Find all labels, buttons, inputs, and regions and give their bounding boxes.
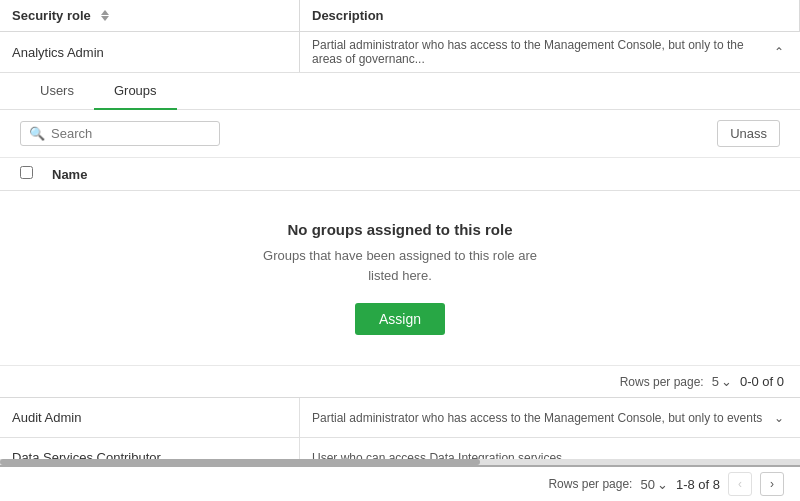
audit-admin-role: Audit Admin xyxy=(0,398,300,437)
unassign-button[interactable]: Unass xyxy=(717,120,780,147)
assign-button[interactable]: Assign xyxy=(355,303,445,335)
inner-rows-select[interactable]: 5 ⌄ xyxy=(712,374,732,389)
inner-page-range: 0-0 of 0 xyxy=(740,374,784,389)
analytics-admin-row: Analytics Admin Partial administrator wh… xyxy=(0,32,800,398)
table-header: Security role Description xyxy=(0,0,800,32)
sort-icon[interactable] xyxy=(101,10,109,21)
search-input[interactable] xyxy=(51,126,211,141)
name-col-header: Name xyxy=(52,167,87,182)
search-icon: 🔍 xyxy=(29,126,45,141)
bottom-rows-label: Rows per page: xyxy=(548,477,632,491)
inner-pagination: Rows per page: 5 ⌄ 0-0 of 0 xyxy=(0,365,800,397)
analytics-admin-role-cell: Analytics Admin xyxy=(0,32,300,72)
search-box[interactable]: 🔍 xyxy=(20,121,220,146)
analytics-admin-desc-cell: Partial administrator who has access to … xyxy=(300,32,800,72)
expanded-content: Users Groups 🔍 Unass Name xyxy=(0,72,800,397)
select-all-checkbox[interactable] xyxy=(20,166,44,182)
prev-page-button[interactable]: ‹ xyxy=(728,472,752,496)
expanded-row-header: Analytics Admin Partial administrator wh… xyxy=(0,32,800,72)
empty-state-title: No groups assigned to this role xyxy=(287,221,512,238)
desc-header-label: Description xyxy=(312,8,384,23)
controls-row: 🔍 Unass xyxy=(0,110,800,158)
tab-groups[interactable]: Groups xyxy=(94,73,177,110)
collapse-button[interactable]: ⌃ xyxy=(770,41,788,63)
analytics-admin-name: Analytics Admin xyxy=(12,45,104,60)
empty-state-desc: Groups that have been assigned to this r… xyxy=(263,246,537,285)
bottom-rows-select[interactable]: 50 ⌄ xyxy=(640,477,667,492)
tabs-row: Users Groups xyxy=(0,73,800,110)
chevron-down-icon: ⌄ xyxy=(657,477,668,492)
tab-users[interactable]: Users xyxy=(20,73,94,110)
role-header-label: Security role xyxy=(12,8,91,23)
analytics-admin-desc: Partial administrator who has access to … xyxy=(312,38,770,66)
desc-column-header: Description xyxy=(300,0,800,31)
chevron-down-icon: ⌄ xyxy=(721,374,732,389)
empty-state: No groups assigned to this role Groups t… xyxy=(0,191,800,365)
inner-table-header: Name xyxy=(0,158,800,191)
inner-rows-label: Rows per page: xyxy=(620,375,704,389)
next-page-button[interactable]: › xyxy=(760,472,784,496)
bottom-page-range: 1-8 of 8 xyxy=(676,477,720,492)
role-column-header: Security role xyxy=(0,0,300,31)
table-row: Audit Admin Partial administrator who ha… xyxy=(0,398,800,438)
checkbox-input[interactable] xyxy=(20,166,33,179)
expand-button[interactable]: ⌄ xyxy=(770,407,788,429)
bottom-pagination: Rows per page: 50 ⌄ 1-8 of 8 ‹ › xyxy=(0,465,800,501)
audit-admin-desc: Partial administrator who has access to … xyxy=(300,398,800,437)
